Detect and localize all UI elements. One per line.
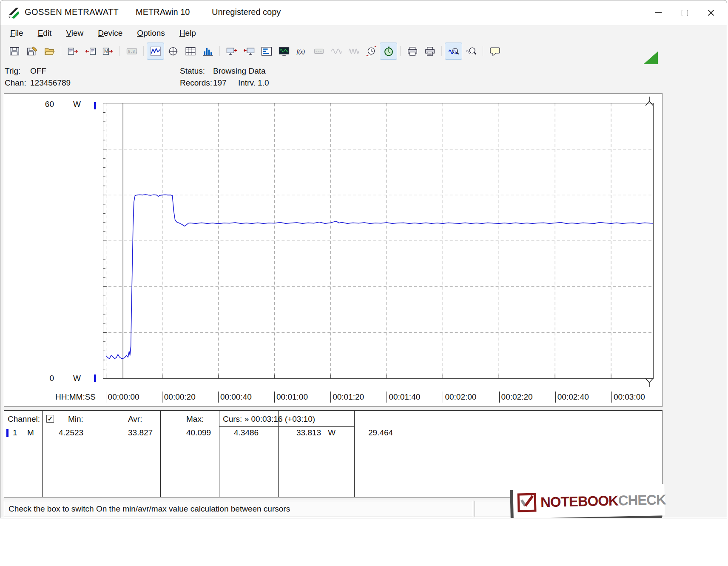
notebookcheck-watermark: NOTEBOOKCHECK xyxy=(513,484,665,518)
minimize-button[interactable] xyxy=(645,0,671,25)
menu-device[interactable]: Device xyxy=(91,26,130,40)
maximize-button[interactable] xyxy=(671,0,698,25)
menu-options[interactable]: Options xyxy=(130,26,172,40)
menu-file[interactable]: File xyxy=(3,26,31,40)
sine-wave-icon xyxy=(331,46,342,56)
trigger-status: Trig:OFF xyxy=(5,65,71,77)
clock-sync-icon xyxy=(366,46,377,56)
toolbar-separator xyxy=(117,45,123,57)
title-bar: GOSSEN METRAWATT METRAwin 10 Unregistere… xyxy=(0,0,727,25)
table-grid-icon xyxy=(185,46,196,56)
y-axis-min-label: 0 xyxy=(37,374,54,383)
record-timer-button[interactable] xyxy=(380,43,397,60)
view-scope-button[interactable] xyxy=(164,43,182,60)
col-header-max: Max: xyxy=(186,414,204,424)
lcd-display-icon: 8.8.8 xyxy=(126,46,137,56)
acquisition-status: Trig:OFF Chan:123456789 Status:Browsing … xyxy=(0,61,727,93)
menu-edit[interactable]: Edit xyxy=(31,26,59,40)
col-header-avr: Avr: xyxy=(128,414,142,424)
plot-area[interactable] xyxy=(103,103,654,379)
channel-list: Chan:123456789 xyxy=(5,77,71,89)
svg-text:f(x): f(x) xyxy=(296,48,305,55)
x-tick-label: 00:03:00 xyxy=(611,392,645,403)
cursor2-handle-top[interactable] xyxy=(645,97,654,106)
x-tick-label: 00:02:00 xyxy=(443,392,476,403)
channel-checkbox[interactable]: ✓ xyxy=(46,415,54,423)
min-value: 4.2523 xyxy=(59,428,83,437)
x-tick-label: 00:00:00 xyxy=(106,392,139,403)
cursor2-handle-bottom[interactable] xyxy=(645,378,654,387)
time-sync-button[interactable] xyxy=(362,43,380,60)
svg-text:M: M xyxy=(104,49,108,54)
stopwatch-icon xyxy=(383,46,394,56)
channel-number: 1 xyxy=(13,428,17,437)
printer-doc-icon xyxy=(424,46,435,56)
statusbar-hint: Check the box to switch On the min/avr/m… xyxy=(4,501,473,517)
annotation-button[interactable] xyxy=(486,43,503,60)
app-title: METRAwin 10 xyxy=(136,7,190,17)
cursor-delta-value: 29.464 xyxy=(368,428,393,437)
x-tick-label: 00:00:20 xyxy=(162,392,196,403)
zoom-signal-button[interactable] xyxy=(445,43,462,60)
export-card-button[interactable] xyxy=(64,43,82,60)
formula-icon: f(x) xyxy=(296,46,307,56)
import-card-button[interactable] xyxy=(82,43,99,60)
license-status: Unregistered copy xyxy=(212,7,281,17)
wave-record-button xyxy=(345,43,362,60)
y-axis-max-label: 60 xyxy=(37,100,54,109)
save-as-button[interactable] xyxy=(23,43,40,60)
app-logo-icon xyxy=(7,6,20,19)
max-value: 40.099 xyxy=(186,428,211,437)
channel-color-marker xyxy=(6,429,9,437)
x-tick-label: 00:01:00 xyxy=(274,392,308,403)
app-window: GOSSEN METRAWATT METRAwin 10 Unregistere… xyxy=(0,0,727,518)
col-header-cursors: Curs: » 00:03:16 (+03:10) xyxy=(223,414,315,424)
toolbar: M8.8.8f(x) xyxy=(0,41,727,61)
minimize-icon xyxy=(655,12,662,13)
open-button[interactable] xyxy=(40,43,58,60)
view-table-button[interactable] xyxy=(182,43,199,60)
channel-mode: M xyxy=(27,428,34,437)
zoom-search-button[interactable] xyxy=(462,43,480,60)
sine-dense-icon xyxy=(348,46,359,56)
trend-chart-icon xyxy=(150,46,161,56)
channel-marker-bottom xyxy=(94,374,96,382)
channel-table: Channel: ✓ Min: Avr: Max: Curs: » 00:03:… xyxy=(4,410,663,497)
close-icon xyxy=(708,9,714,16)
floppy-icon xyxy=(9,46,20,56)
cursor2-unit: W xyxy=(328,428,336,437)
cursor2-value: 33.813W xyxy=(296,428,336,437)
menu-help[interactable]: Help xyxy=(172,26,203,40)
send-to-device-button[interactable] xyxy=(223,43,240,60)
save-button[interactable] xyxy=(6,43,23,60)
monitor-in-icon xyxy=(244,46,255,56)
toolbar-separator xyxy=(397,45,404,57)
x-tick-label: 00:02:40 xyxy=(555,392,589,403)
view-trend-button[interactable] xyxy=(147,43,164,60)
card-import-icon xyxy=(85,46,96,56)
notebookcheck-wordmark: NOTEBOOKCHECK xyxy=(540,492,666,510)
col-header-channel: Channel: xyxy=(8,414,40,424)
channel-marker-top xyxy=(94,102,96,109)
avr-value: 33.827 xyxy=(128,428,153,437)
cursor1-value: 4.3486 xyxy=(234,428,259,437)
toolbar-separator xyxy=(438,45,445,57)
menu-view[interactable]: View xyxy=(59,26,91,40)
view-histogram-button[interactable] xyxy=(199,43,216,60)
formula-button[interactable]: f(x) xyxy=(293,43,310,60)
read-from-device-button[interactable] xyxy=(240,43,258,60)
memory-card-button[interactable]: M xyxy=(99,43,117,60)
histogram-icon xyxy=(202,46,213,56)
note-icon xyxy=(489,46,500,56)
screen-wave-icon xyxy=(279,46,290,56)
live-screen-button[interactable] xyxy=(275,43,293,60)
card-memory-icon: M xyxy=(102,46,114,56)
app-vendor-title: GOSSEN METRAWATT xyxy=(25,7,119,17)
zoom-wave-icon xyxy=(448,46,459,56)
timeline-button[interactable] xyxy=(258,43,275,60)
print-button[interactable] xyxy=(404,43,421,60)
maximize-icon xyxy=(682,10,688,16)
print-form-button[interactable] xyxy=(421,43,438,60)
close-button[interactable] xyxy=(698,0,724,25)
y-axis-unit-top: W xyxy=(73,100,81,109)
